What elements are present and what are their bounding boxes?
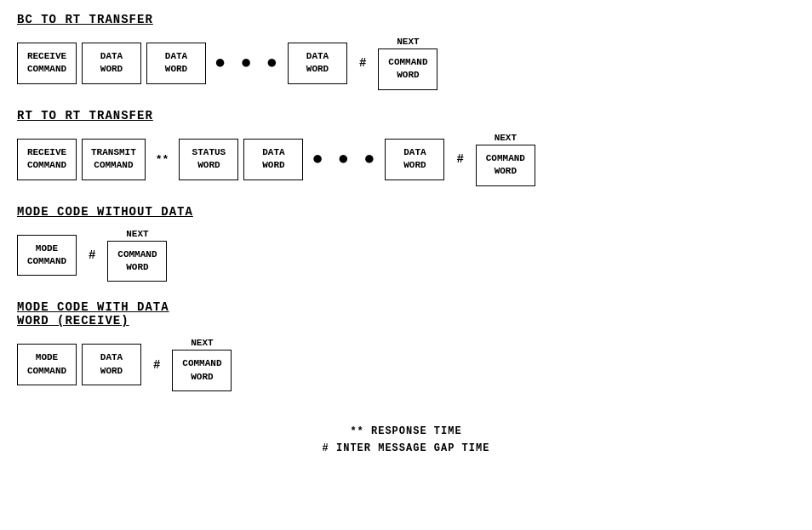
next-label-2: NEXT (495, 133, 517, 143)
footnotes: ** RESPONSE TIME # INTER MESSAGE GAP TIM… (17, 425, 795, 454)
box-status-word: STATUSWORD (179, 139, 238, 180)
hash-3: # (89, 248, 95, 262)
box-mode-command-1: MODECOMMAND (17, 235, 77, 276)
diagram-rt-to-rt: RECEIVECOMMAND TRANSMITCOMMAND ** STATUS… (17, 133, 795, 186)
section-title-mode-no-data: MODE CODE WITHOUT DATA (17, 205, 795, 219)
diagram-mode-no-data: MODECOMMAND # NEXT COMMANDWORD (17, 229, 795, 282)
next-label-1: NEXT (397, 37, 419, 47)
next-label-3: NEXT (126, 229, 148, 239)
hash-2: # (456, 152, 463, 166)
box-next-command-word-3: COMMANDWORD (107, 241, 167, 282)
box-receive-command-2: RECEIVECOMMAND (17, 139, 77, 180)
box-data-word-n: DATAWORD (288, 43, 347, 84)
box-next-command-word-1: COMMANDWORD (378, 48, 437, 90)
section-title-bc-to-rt: BC TO RT TRANSFER (17, 13, 795, 26)
dots-2: ● ● ● (312, 149, 376, 170)
box-data-word-mode: DATAWORD (82, 344, 141, 385)
box-mode-command-2: MODECOMMAND (17, 344, 77, 385)
page-container: BC TO RT TRANSFER RECEIVECOMMAND DATAWOR… (17, 13, 795, 454)
next-label-4: NEXT (191, 338, 213, 348)
box-data-word-rt1: DATAWORD (243, 139, 303, 180)
section-mode-no-data: MODE CODE WITHOUT DATA MODECOMMAND # NEX… (17, 205, 795, 282)
box-next-command-word-2: COMMANDWORD (476, 145, 535, 186)
next-command-word-2: NEXT COMMANDWORD (476, 133, 535, 186)
diagram-mode-with-data: MODECOMMAND DATAWORD # NEXT COMMANDWORD (17, 338, 795, 391)
box-next-command-word-4: COMMANDWORD (172, 350, 232, 391)
next-command-word-4: NEXT COMMANDWORD (172, 338, 232, 391)
hash-4: # (153, 358, 160, 372)
section-rt-to-rt: RT TO RT TRANSFER RECEIVECOMMAND TRANSMI… (17, 109, 795, 186)
footnote-response-time: ** RESPONSE TIME (17, 425, 795, 437)
box-transmit-command: TRANSMITCOMMAND (82, 139, 146, 180)
next-command-word-1: NEXT COMMANDWORD (378, 37, 437, 90)
box-data-word-1: DATAWORD (82, 43, 141, 84)
diagram-bc-to-rt: RECEIVECOMMAND DATAWORD DATAWORD ● ● ● D… (17, 37, 795, 90)
dots-1: ● ● ● (214, 53, 279, 74)
section-title-rt-to-rt: RT TO RT TRANSFER (17, 109, 795, 123)
section-mode-with-data: MODE CODE WITH DATAWORD (RECEIVE) MODECO… (17, 300, 795, 391)
box-receive-command: RECEIVECOMMAND (17, 43, 77, 84)
footnote-gap-time: # INTER MESSAGE GAP TIME (17, 442, 795, 454)
section-bc-to-rt: BC TO RT TRANSFER RECEIVECOMMAND DATAWOR… (17, 13, 795, 90)
section-title-mode-with-data: MODE CODE WITH DATAWORD (RECEIVE) (17, 300, 795, 328)
box-data-word-rt2: DATAWORD (385, 139, 444, 180)
box-data-word-2: DATAWORD (146, 43, 206, 84)
hash-1: # (359, 56, 366, 70)
next-command-word-3: NEXT COMMANDWORD (107, 229, 167, 282)
double-star: ** (156, 153, 169, 166)
